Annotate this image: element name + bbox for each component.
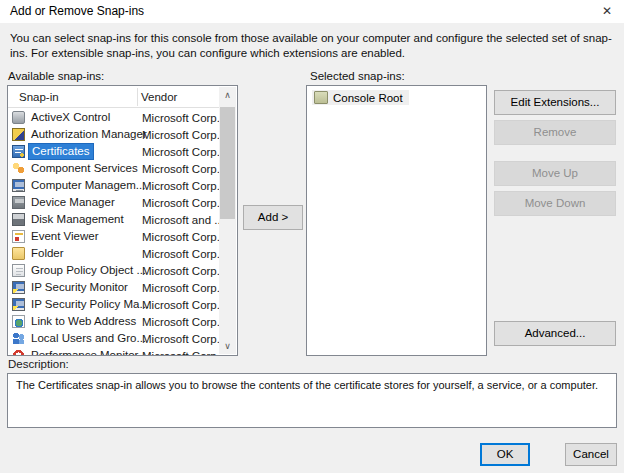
snapin-name: Folder	[28, 246, 67, 261]
intro-text: You can select snap-ins for this console…	[10, 31, 616, 61]
add-button[interactable]: Add >	[243, 205, 303, 230]
perfmon-icon	[12, 349, 25, 355]
weblink-icon	[12, 315, 25, 328]
advanced-button[interactable]: Advanced...	[494, 321, 616, 346]
list-item[interactable]: ActiveX ControlMicrosoft Corp...	[8, 109, 219, 126]
folder-icon	[314, 91, 328, 104]
snapin-name: Event Viewer	[28, 229, 102, 244]
list-item[interactable]: Local Users and Gro...Microsoft Corp...	[8, 330, 219, 347]
snapin-name: Computer Managem...	[28, 178, 148, 193]
column-header-vendor[interactable]: Vendor	[141, 86, 177, 108]
description-text: The Certificates snap-in allows you to b…	[16, 379, 608, 391]
cancel-button[interactable]: Cancel	[565, 443, 617, 466]
ipsec-icon	[12, 281, 25, 294]
authman-icon	[12, 128, 25, 141]
selected-snapins-list: Console Root	[306, 85, 487, 356]
snapin-vendor: Microsoft Corp...	[142, 197, 219, 209]
remove-button[interactable]: Remove	[494, 120, 616, 145]
gpo-icon	[12, 264, 25, 277]
snapin-vendor: Microsoft Corp...	[142, 231, 219, 243]
column-divider	[137, 88, 138, 106]
list-item[interactable]: Disk ManagementMicrosoft and ...	[8, 211, 219, 228]
list-item[interactable]: IP Security Policy Ma...Microsoft Corp..…	[8, 296, 219, 313]
snapin-name: Authorization Manager	[28, 127, 150, 142]
list-item[interactable]: CertificatesMicrosoft Corp...	[8, 143, 219, 160]
move-down-button[interactable]: Move Down	[494, 191, 616, 216]
snapin-vendor: Microsoft Corp...	[142, 163, 219, 175]
snapin-name: ActiveX Control	[28, 110, 113, 125]
snapin-vendor: Microsoft Corp...	[142, 248, 219, 260]
ipsec-icon	[12, 298, 25, 311]
edit-extensions-button[interactable]: Edit Extensions...	[494, 90, 616, 115]
snapin-name: Component Services	[28, 161, 141, 176]
users-icon	[12, 332, 25, 345]
list-item[interactable]: Link to Web AddressMicrosoft Corp...	[8, 313, 219, 330]
snapin-vendor: Microsoft Corp...	[142, 333, 219, 345]
column-header-snapin[interactable]: Snap-in	[19, 86, 59, 108]
available-snapins-label: Available snap-ins:	[8, 70, 104, 82]
available-snapins-list: Snap-in Vendor ActiveX ControlMicrosoft …	[7, 85, 238, 356]
snapin-vendor: Microsoft Corp...	[142, 299, 219, 311]
folder-icon	[12, 247, 25, 260]
list-item[interactable]: FolderMicrosoft Corp...	[8, 245, 219, 262]
computer-mgmt-icon	[12, 179, 25, 192]
snapin-vendor: Microsoft Corp...	[142, 180, 219, 192]
certificates-icon	[12, 145, 25, 158]
snapin-vendor: Microsoft Corp...	[142, 265, 219, 277]
device-mgr-icon	[12, 196, 25, 209]
ok-button[interactable]: OK	[480, 443, 530, 466]
scrollbar[interactable]: ∧ ∨	[219, 87, 236, 354]
snapin-name: Certificates	[28, 143, 94, 160]
activex-icon	[12, 111, 25, 124]
snapin-name: IP Security Monitor	[28, 280, 131, 295]
scrollbar-thumb[interactable]	[220, 107, 235, 219]
list-item[interactable]: Computer Managem...Microsoft Corp...	[8, 177, 219, 194]
snapin-vendor: Microsoft Corp...	[142, 282, 219, 294]
console-root-item[interactable]: Console Root	[312, 90, 409, 105]
snapin-name: Local Users and Gro...	[28, 331, 149, 346]
scroll-down-icon[interactable]: ∨	[219, 338, 236, 354]
components-icon	[12, 162, 25, 175]
event-viewer-icon	[12, 230, 25, 243]
list-item[interactable]: Authorization ManagerMicrosoft Corp...	[8, 126, 219, 143]
list-header: Snap-in Vendor	[8, 86, 219, 108]
snapin-vendor: Microsoft and ...	[142, 214, 219, 226]
window-title: Add or Remove Snap-ins	[10, 0, 144, 23]
move-up-button[interactable]: Move Up	[494, 161, 616, 186]
description-label: Description:	[8, 358, 69, 370]
snapin-name: Performance Monitor	[28, 348, 141, 355]
snapin-vendor: Microsoft Corp...	[142, 146, 219, 158]
snapin-name: Group Policy Object ...	[28, 263, 149, 278]
list-item[interactable]: Component ServicesMicrosoft Corp...	[8, 160, 219, 177]
available-rows: ActiveX ControlMicrosoft Corp...Authoriz…	[8, 109, 219, 355]
snapin-name: IP Security Policy Ma...	[28, 297, 152, 312]
scroll-up-icon[interactable]: ∧	[219, 87, 236, 103]
snapin-name: Device Manager	[28, 195, 118, 210]
list-item[interactable]: Group Policy Object ...Microsoft Corp...	[8, 262, 219, 279]
snapin-name: Link to Web Address	[28, 314, 139, 329]
title-bar: Add or Remove Snap-ins ✕	[0, 0, 624, 23]
description-box: The Certificates snap-in allows you to b…	[7, 373, 617, 428]
selected-snapins-label: Selected snap-ins:	[310, 70, 405, 82]
snapin-vendor: Microsoft Corp...	[142, 112, 219, 124]
list-item[interactable]: Performance MonitorMicrosoft Corp	[8, 347, 219, 355]
close-icon[interactable]: ✕	[590, 0, 624, 23]
list-item[interactable]: IP Security MonitorMicrosoft Corp...	[8, 279, 219, 296]
snapin-name: Disk Management	[28, 212, 127, 227]
snapin-vendor: Microsoft Corp...	[142, 316, 219, 328]
list-item[interactable]: Device ManagerMicrosoft Corp...	[8, 194, 219, 211]
console-root-label: Console Root	[333, 92, 403, 104]
snapin-vendor: Microsoft Corp	[142, 350, 217, 356]
disk-mgmt-icon	[12, 213, 25, 226]
snapin-vendor: Microsoft Corp...	[142, 129, 219, 141]
list-item[interactable]: Event ViewerMicrosoft Corp...	[8, 228, 219, 245]
